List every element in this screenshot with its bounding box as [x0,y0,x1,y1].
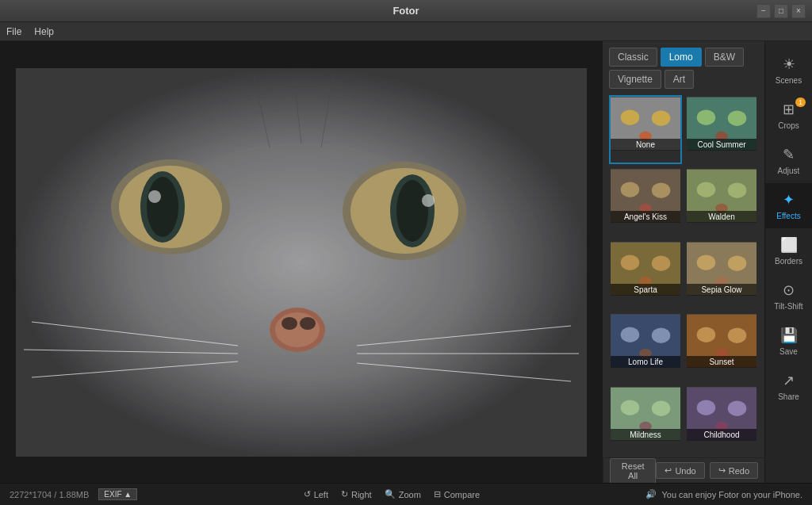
reset-all-button[interactable]: Reset All [610,458,656,484]
app-container: Fotor − □ × File Help [0,0,812,505]
save-label: Save [779,347,798,356]
cat-photo [16,68,587,457]
filter-thumb-mildness: Mildness [611,387,680,441]
borders-icon: ⬜ [780,236,798,254]
share-icon: ↗ [783,372,795,389]
svg-point-33 [697,109,715,125]
svg-point-65 [697,400,715,415]
minimize-button[interactable]: − [756,4,771,18]
compare-button[interactable]: ⊟ Compare [434,489,480,499]
tab-art[interactable]: Art [665,70,694,89]
filter-cool-summer[interactable]: Cool Summer [685,95,758,164]
content-row: Classic Lomo B&W Vignette Art None [0,41,812,483]
title-bar: Fotor − □ × [0,0,812,22]
filter-thumb-sparta: Sparta [611,242,680,296]
svg-point-53 [621,327,639,343]
status-left: 2272*1704 / 1.88MB EXIF ▲ [10,488,137,500]
svg-point-62 [652,400,670,416]
filter-panel: Classic Lomo B&W Vignette Art None [602,41,764,483]
filter-thumb-sepia: Sepia Glow [687,242,756,296]
filter-sparta[interactable]: Sparta [609,240,682,309]
filter-label-none: None [611,139,680,151]
status-right: 🔊 You can enjoy Fotor on your iPhone. [645,489,802,499]
filter-label-sepia: Sepia Glow [687,284,756,296]
filter-thumb-cool: Cool Summer [687,97,756,151]
menu-bar: File Help [0,22,812,41]
filter-sepia-glow[interactable]: Sepia Glow [685,240,758,309]
close-button[interactable]: × [791,4,806,18]
zoom-icon: 🔍 [385,489,396,499]
tab-bw[interactable]: B&W [705,48,744,67]
svg-point-29 [621,109,639,125]
filter-label-lomo: Lomo Life [611,356,680,368]
restore-button[interactable]: □ [774,4,788,18]
tab-lomo[interactable]: Lomo [661,48,702,67]
svg-point-57 [697,327,715,343]
filter-lomo-life[interactable]: Lomo Life [609,312,682,381]
svg-rect-27 [16,68,587,457]
borders-label: Borders [775,257,802,266]
toolbar-crops[interactable]: ⊞ Crops 1 [765,93,812,138]
toolbar-effects[interactable]: ✦ Effects [765,183,812,228]
status-controls: ↺ Left ↻ Right 🔍 Zoom ⊟ Compare [304,489,480,499]
status-bar: 2272*1704 / 1.88MB EXIF ▲ ↺ Left ↻ Right… [0,483,812,505]
redo-button[interactable]: ↪ Redo [710,462,758,479]
toolbar-borders[interactable]: ⬜ Borders [765,228,812,274]
menu-help[interactable]: Help [34,26,54,37]
filter-thumb-sunset: Sunset [687,314,756,368]
filter-label-angel: Angel's Kiss [611,211,680,223]
svg-point-30 [652,110,670,126]
toolbar-share[interactable]: ↗ Share [765,364,812,409]
filter-tab-row1: Classic Lomo B&W [603,41,764,70]
filter-mildness[interactable]: Mildness [609,385,682,454]
filter-sunset[interactable]: Sunset [685,312,758,381]
menu-file[interactable]: File [6,26,21,37]
toolbar-tilt-shift[interactable]: ⊙ Tilt-Shift [765,274,812,319]
filter-walden[interactable]: Walden [685,167,758,236]
filter-angels-kiss[interactable]: Angel's Kiss [609,167,682,236]
left-content [0,41,602,483]
svg-point-41 [697,182,715,198]
rotate-left-icon: ↺ [304,489,311,499]
filter-label-walden: Walden [687,211,756,223]
save-icon: 💾 [780,327,798,344]
zoom-button[interactable]: 🔍 Zoom [385,489,421,499]
effects-label: Effects [776,212,800,220]
filter-thumb-angel: Angel's Kiss [611,169,680,223]
filter-tab-row2: Vignette Art [603,70,764,92]
toolbar-save[interactable]: 💾 Save [765,319,812,364]
filter-thumb-walden: Walden [687,169,756,223]
action-bar: Reset All ↩ Undo ↪ Redo [603,457,764,483]
rotate-right-icon: ↻ [341,489,348,499]
filter-childhood[interactable]: Childhood [685,385,758,454]
undo-icon: ↩ [665,465,672,476]
scenes-icon: ☀ [783,55,795,73]
rotate-right-button[interactable]: ↻ Right [341,489,372,499]
redo-label: Redo [729,466,749,476]
undo-redo-group: ↩ Undo ↪ Redo [656,462,758,479]
svg-point-38 [652,183,670,199]
undo-button[interactable]: ↩ Undo [656,462,704,479]
tab-classic[interactable]: Classic [609,48,657,67]
canvas-area [0,41,602,483]
toolbar-scenes[interactable]: ☀ Scenes [765,48,812,93]
adjust-label: Adjust [778,166,800,175]
share-label: Share [778,392,799,401]
filter-label-sunset: Sunset [687,356,756,368]
tab-vignette[interactable]: Vignette [609,70,661,89]
filter-thumb-lomo: Lomo Life [611,314,680,368]
rotate-left-button[interactable]: ↺ Left [304,489,328,499]
filter-none[interactable]: None [609,95,682,164]
scenes-label: Scenes [776,76,802,85]
filter-label-cool: Cool Summer [687,139,756,151]
crops-badge: 1 [795,98,806,107]
image-dimensions: 2272*1704 / 1.88MB [10,490,89,499]
right-label: Right [351,490,372,499]
image-canvas [16,68,587,457]
crops-label: Crops [778,121,799,130]
filter-label-mildness: Mildness [611,429,680,441]
toolbar-adjust[interactable]: ✎ Adjust [765,138,812,183]
filter-thumb-childhood: Childhood [687,387,756,441]
right-side: Classic Lomo B&W Vignette Art None [602,41,812,483]
exif-button[interactable]: EXIF ▲ [98,488,137,500]
